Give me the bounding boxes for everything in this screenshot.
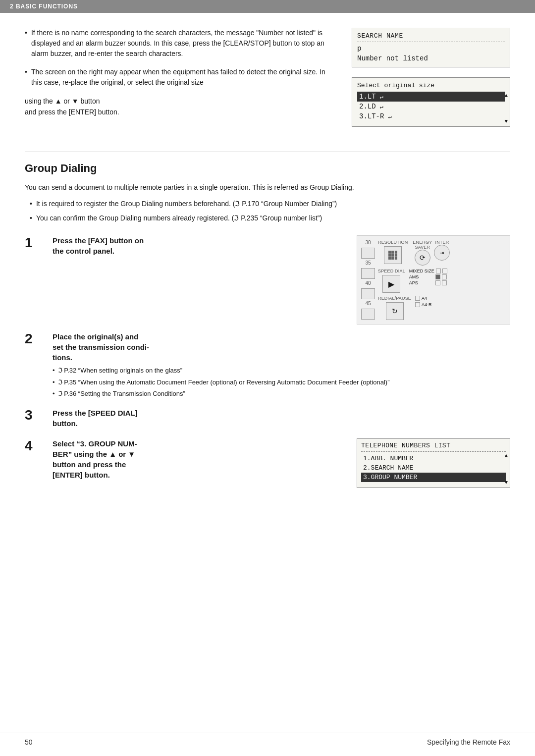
step-2-bullet-3-text: ℑ P.36 “Setting the Transmission Conditi… xyxy=(58,389,185,399)
panel-top-row: RESOLUTION xyxy=(378,240,506,266)
redial-section: REDIAL/PAUSE ↻ xyxy=(378,296,411,320)
interrupt-button[interactable]: ⇥ xyxy=(434,245,450,261)
energy-label: ENERGYSAVER xyxy=(413,240,432,250)
aps-box2 xyxy=(442,280,447,285)
aps-label: APS xyxy=(409,280,434,285)
group-bullet-1: It is required to register the Group Dia… xyxy=(30,199,510,209)
search-name-display: SEARCH NAME p Number not listed xyxy=(352,28,510,67)
resolution-button[interactable] xyxy=(384,246,402,264)
speed-dial-section: SPEED DIAL ▶ xyxy=(378,269,405,293)
speed-dial-button[interactable]: ▶ xyxy=(382,275,400,293)
bullet-item-2: The screen on the right may appear when … xyxy=(25,67,337,88)
tel-item-1: 1.ABB. NUMBER xyxy=(361,454,506,463)
group-dialing-title: Group Dialing xyxy=(25,162,510,175)
step-2-bullet-1: ℑ P.32 “When setting originals on the gl… xyxy=(53,366,510,376)
panel-number-keys: 30 35 40 45 xyxy=(361,240,375,320)
step-2-title: Place the original(s) andset the transmi… xyxy=(53,331,510,363)
top-bullets: If there is no name corresponding to the… xyxy=(25,28,337,127)
group-bullet-1-text: It is required to register the Group Dia… xyxy=(36,199,337,209)
tel-item-3: 3.GROUP NUMBER xyxy=(361,473,506,482)
group-bullet-2: You can confirm the Group Dialing number… xyxy=(30,213,510,223)
step-4-number: 4 xyxy=(25,438,43,454)
energy-section: ENERGYSAVER ⟳ INTER ⇥ xyxy=(413,240,450,266)
tel-divider xyxy=(361,451,506,452)
a4r-label: A4-R xyxy=(422,302,432,307)
select-original-display: Select original size ▲ 1.LT ↵ 2.LD ↵ 3.L… xyxy=(352,77,510,127)
tel-item-1-label: 1.ABB. NUMBER xyxy=(363,455,413,462)
a4-label: A4 xyxy=(422,296,427,301)
group-dialing-intro: You can send a document to multiple remo… xyxy=(25,182,510,193)
step-2-bullet-2-text: ℑ P.35 “When using the Automatic Documen… xyxy=(58,378,390,387)
a4-box xyxy=(415,296,420,301)
redial-button[interactable]: ↻ xyxy=(386,302,404,320)
panel-num-35: 35 xyxy=(365,260,371,266)
original-size-label-1: 1.LT xyxy=(359,93,376,101)
grid-icon xyxy=(388,251,397,260)
step-2-content: Place the original(s) andset the transmi… xyxy=(53,331,510,401)
a4r-box xyxy=(415,302,420,307)
step-1-content: Press the [FAX] button onthe control pan… xyxy=(53,235,347,259)
step-3-content: Press the [SPEED DIAL]button. xyxy=(53,408,510,432)
group-bullet-2-text: You can confirm the Group Dialing number… xyxy=(36,213,322,223)
page-footer: 50 Specifying the Remote Fax xyxy=(0,733,535,746)
step-1-row: 1 Press the [FAX] button onthe control p… xyxy=(25,235,510,324)
interrupt-label: INTER xyxy=(435,240,449,245)
fax-panel-illustration: 30 35 40 45 RESOLUTION xyxy=(357,235,510,324)
step-2-number: 2 xyxy=(25,331,43,347)
mixed-size-indicator: MIXED SIZE xyxy=(409,269,447,273)
original-size-item-1: 1.LT ↵ xyxy=(357,92,505,102)
section-divider xyxy=(25,152,510,152)
ams-indicator: AMS xyxy=(409,274,447,279)
search-name-title: SEARCH NAME xyxy=(357,32,505,40)
step-2-bullet-3: ℑ P.36 “Setting the Transmission Conditi… xyxy=(53,389,510,399)
bullet-1-text: If there is no name corresponding to the… xyxy=(31,28,337,59)
step-4-panel: TELEPHONE NUMBERS LIST ▲ 1.ABB. NUMBER 2… xyxy=(357,438,510,488)
search-input-char: p xyxy=(357,45,505,53)
scroll-down-arrow: ▼ xyxy=(504,118,508,124)
panel-btn-40[interactable] xyxy=(361,288,375,299)
header-label: 2 BASIC FUNCTIONS xyxy=(10,3,78,10)
original-size-icon-2: ↵ xyxy=(380,103,383,110)
panel-btn-45[interactable] xyxy=(361,309,375,320)
step-1-title: Press the [FAX] button onthe control pan… xyxy=(53,235,347,256)
tel-scroll-up: ▲ xyxy=(504,453,508,459)
panel-btn-30[interactable] xyxy=(361,248,375,259)
a4-indicator: A4 xyxy=(415,296,432,301)
tel-numbers-display: TELEPHONE NUMBERS LIST ▲ 1.ABB. NUMBER 2… xyxy=(357,438,510,488)
aps-box xyxy=(435,280,440,285)
step-3-title: Press the [SPEED DIAL]button. xyxy=(53,408,510,429)
tel-item-3-label: 3.GROUP NUMBER xyxy=(363,474,417,481)
tel-numbers-title: TELEPHONE NUMBERS LIST xyxy=(361,442,506,449)
original-size-item-3: 3.LT-R ↵ xyxy=(357,111,505,121)
group-dialing-section: Group Dialing You can send a document to… xyxy=(25,162,510,495)
step-3-number: 3 xyxy=(25,408,43,423)
bullet-item-1: If there is no name corresponding to the… xyxy=(25,28,337,59)
panel-right-section: RESOLUTION xyxy=(378,240,506,320)
panel-btn-35[interactable] xyxy=(361,268,375,279)
panel-num-30: 30 xyxy=(365,240,371,245)
indicator-group: MIXED SIZE AMS xyxy=(409,269,447,293)
ams-label: AMS xyxy=(409,274,434,279)
display-column: SEARCH NAME p Number not listed Select o… xyxy=(352,28,510,127)
page-header: 2 BASIC FUNCTIONS xyxy=(0,0,535,13)
arrow-text: using the ▲ or ▼ button and press the [E… xyxy=(25,96,337,118)
tel-item-2-label: 2.SEARCH NAME xyxy=(363,464,413,472)
panel-num-40: 40 xyxy=(365,280,371,286)
footer-page-number: 50 xyxy=(25,738,33,746)
original-size-label-2: 2.LD xyxy=(359,103,376,110)
energy-saver-button[interactable]: ⟳ xyxy=(415,250,430,266)
ams-box xyxy=(435,274,440,279)
tel-item-2: 2.SEARCH NAME xyxy=(361,463,506,473)
steps-section: 1 Press the [FAX] button onthe control p… xyxy=(25,235,510,495)
original-size-icon-1: ↵ xyxy=(380,93,383,101)
panel-bottom-row: REDIAL/PAUSE ↻ A4 xyxy=(378,296,506,320)
redial-label: REDIAL/PAUSE xyxy=(378,296,411,301)
bullet-2-text: The screen on the right may appear when … xyxy=(31,67,337,88)
a4r-indicator: A4-R xyxy=(415,302,432,307)
step-1-panel: 30 35 40 45 RESOLUTION xyxy=(357,235,510,324)
step-2-bullet-2: ℑ P.35 “When using the Automatic Documen… xyxy=(53,378,510,387)
step-4-title: Select “3. GROUP NUM-BER” using the ▲ or… xyxy=(53,438,347,480)
mixed-size-box xyxy=(436,269,441,273)
select-original-title: Select original size xyxy=(357,82,505,89)
search-not-listed: Number not listed xyxy=(357,54,505,62)
